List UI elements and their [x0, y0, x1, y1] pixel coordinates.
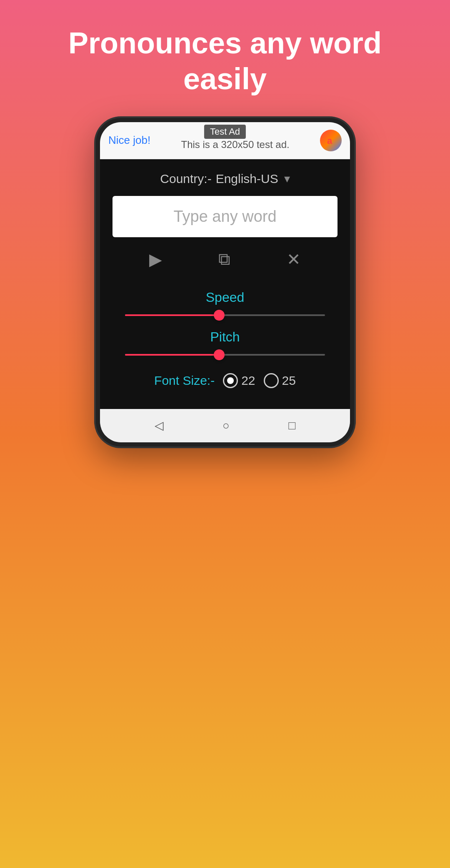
- action-buttons-row: ▶ ⧉ ✕: [112, 237, 338, 281]
- app-headline: Pronounces any word easily: [0, 0, 450, 118]
- font-size-option-22[interactable]: 22: [223, 373, 255, 388]
- ad-nice-job: Nice job!: [108, 134, 150, 147]
- ad-text: This is a 320x50 test ad.: [150, 139, 320, 151]
- sliders-section: Speed Pitch: [112, 281, 338, 409]
- play-button[interactable]: ▶: [149, 250, 162, 269]
- speed-slider-group: Speed: [125, 290, 325, 319]
- font-size-value-25: 25: [282, 374, 296, 388]
- svg-text:a: a: [327, 135, 332, 146]
- pitch-slider-group: Pitch: [125, 329, 325, 359]
- pitch-slider[interactable]: [125, 351, 325, 359]
- radio-empty-icon: [264, 373, 279, 388]
- ad-banner: Nice job! Test Ad This is a 320x50 test …: [100, 122, 350, 159]
- nav-back-button[interactable]: ◁: [155, 419, 164, 432]
- country-row: Country:- English-US ▾: [112, 159, 338, 196]
- clear-button[interactable]: ✕: [287, 250, 301, 269]
- nav-bar: ◁ ○ □: [100, 409, 350, 442]
- font-size-label: Font Size:-: [154, 374, 215, 388]
- radio-filled-icon: [223, 373, 238, 388]
- ad-icon: a: [320, 130, 342, 151]
- radio-inner: [227, 377, 234, 384]
- word-input[interactable]: [121, 208, 329, 226]
- app-content: Country:- English-US ▾ ▶ ⧉ ✕ Speed: [100, 159, 350, 409]
- ad-label-overlay: Test Ad: [204, 125, 246, 139]
- speed-label: Speed: [125, 290, 325, 305]
- word-input-container[interactable]: [112, 196, 338, 237]
- country-value: English-US: [216, 172, 278, 186]
- nav-recents-button[interactable]: □: [288, 419, 295, 432]
- speed-slider[interactable]: [125, 311, 325, 319]
- phone-device: Nice job! Test Ad This is a 320x50 test …: [96, 118, 354, 447]
- copy-button[interactable]: ⧉: [218, 250, 230, 269]
- pitch-label: Pitch: [125, 329, 325, 345]
- nav-home-button[interactable]: ○: [222, 419, 230, 432]
- chevron-down-icon[interactable]: ▾: [284, 172, 290, 186]
- font-size-row: Font Size:- 22 25: [125, 369, 325, 396]
- font-size-option-25[interactable]: 25: [264, 373, 296, 388]
- country-label: Country:-: [160, 172, 211, 186]
- font-size-value-22: 22: [241, 374, 255, 388]
